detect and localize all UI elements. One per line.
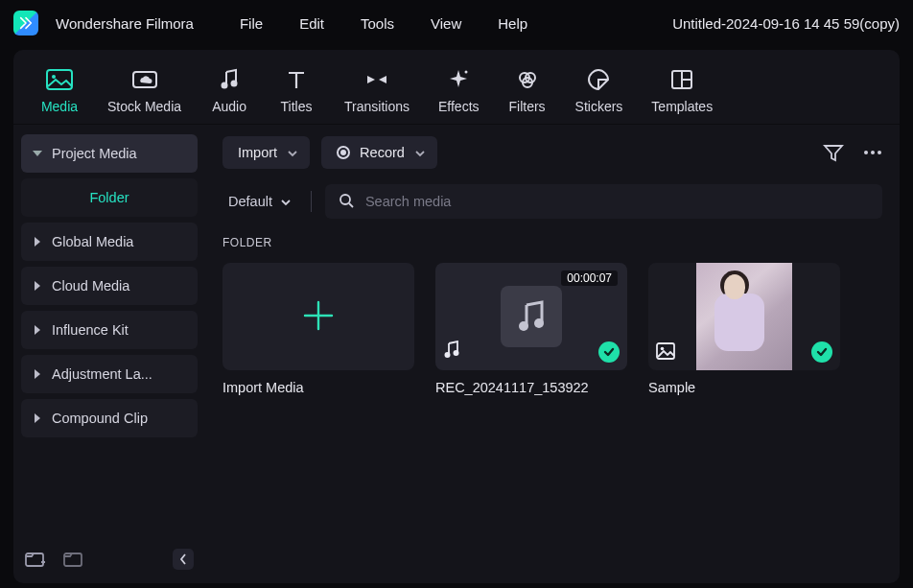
chevron-right-icon <box>35 369 40 379</box>
svg-point-22 <box>454 350 459 356</box>
sidebar-item-label: Adjustment La... <box>52 366 152 382</box>
sidebar-item-label: Cloud Media <box>52 278 129 294</box>
media-thumb[interactable] <box>648 263 840 370</box>
menu-view[interactable]: View <box>431 15 461 32</box>
menu-tools[interactable]: Tools <box>361 15 394 32</box>
tab-stickers[interactable]: Stickers <box>566 62 633 124</box>
templates-icon <box>670 66 693 93</box>
filter-row: Default <box>222 182 882 221</box>
svg-point-24 <box>661 347 665 351</box>
sidebar-item-cloud-media[interactable]: Cloud Media <box>21 267 198 305</box>
tab-templates[interactable]: Templates <box>642 62 722 124</box>
tab-transitions[interactable]: Transitions <box>335 62 419 124</box>
svg-point-14 <box>864 151 868 154</box>
svg-rect-23 <box>657 343 674 359</box>
menu-file[interactable]: File <box>240 15 263 32</box>
transitions-icon <box>363 66 390 93</box>
duration-badge: 00:00:07 <box>561 270 618 286</box>
chevron-down-icon <box>33 151 42 156</box>
tab-effects[interactable]: Effects <box>429 62 489 124</box>
record-icon <box>337 146 350 159</box>
import-dropdown[interactable]: Import <box>222 136 310 169</box>
sidebar-item-label: Compound Clip <box>52 411 148 426</box>
search-input[interactable] <box>365 194 869 209</box>
import-label: Import <box>238 145 277 160</box>
media-card-audio[interactable]: 00:00:07 REC_20241117_153922 <box>435 263 627 395</box>
sidebar-item-project-media[interactable]: Project Media <box>21 134 198 173</box>
more-options-icon[interactable] <box>863 150 882 155</box>
chevron-down-icon <box>414 145 426 160</box>
sidebar-item-influence-kit[interactable]: Influence Kit <box>21 311 198 349</box>
tab-label: Stock Media <box>107 99 181 114</box>
chevron-right-icon <box>35 325 40 335</box>
svg-rect-12 <box>26 553 43 566</box>
chevron-right-icon <box>35 413 40 423</box>
project-name: Untitled-2024-09-16 14 45 59(copy) <box>672 15 900 32</box>
sidebar-item-adjustment-layer[interactable]: Adjustment La... <box>21 355 198 393</box>
cloud-icon <box>131 66 158 93</box>
menu-edit[interactable]: Edit <box>299 15 324 32</box>
svg-point-17 <box>340 195 350 204</box>
svg-point-15 <box>871 151 875 154</box>
tab-media[interactable]: Media <box>31 62 88 124</box>
media-icon <box>46 66 73 93</box>
tab-label: Media <box>41 99 78 114</box>
sidebar-bottom-tools <box>21 543 198 576</box>
menu-help[interactable]: Help <box>498 15 527 32</box>
tab-label: Filters <box>508 99 545 114</box>
media-toolbar: Import Record <box>222 134 882 171</box>
image-icon <box>656 342 675 363</box>
tab-label: Stickers <box>575 99 623 114</box>
music-note-icon <box>443 341 460 363</box>
new-folder-plus-icon[interactable] <box>25 551 46 568</box>
sidebar-item-compound-clip[interactable]: Compound Clip <box>21 399 198 437</box>
record-dropdown[interactable]: Record <box>321 136 437 169</box>
card-label: REC_20241117_153922 <box>435 380 627 395</box>
sidebar-item-label: Global Media <box>52 234 133 249</box>
sidebar: Project Media Folder Global Media Cloud … <box>13 125 205 583</box>
card-label: Import Media <box>222 380 414 395</box>
app-title: Wondershare Filmora <box>56 15 194 32</box>
section-label-folder: FOLDER <box>222 236 882 249</box>
media-card-image[interactable]: Sample <box>648 263 840 395</box>
sidebar-item-global-media[interactable]: Global Media <box>21 223 198 261</box>
sidebar-item-label: Project Media <box>52 146 137 161</box>
svg-rect-0 <box>47 70 72 89</box>
tab-stock-media[interactable]: Stock Media <box>98 62 191 124</box>
workspace: Media Stock Media Audio Titles Transitio… <box>13 50 900 583</box>
folder-icon[interactable] <box>63 551 84 568</box>
titlebar: Wondershare Filmora File Edit Tools View… <box>0 0 913 46</box>
import-media-card[interactable]: Import Media <box>222 263 414 395</box>
plus-icon <box>299 296 338 338</box>
card-label: Sample <box>648 380 840 395</box>
tab-label: Templates <box>651 99 713 114</box>
media-thumb[interactable]: 00:00:07 <box>435 263 627 370</box>
collapse-sidebar-button[interactable] <box>173 549 194 570</box>
tab-titles[interactable]: Titles <box>268 62 325 124</box>
search-field[interactable] <box>325 184 882 219</box>
sidebar-subitem-folder[interactable]: Folder <box>21 178 198 217</box>
import-media-thumb[interactable] <box>222 263 414 370</box>
chevron-right-icon <box>35 237 40 247</box>
text-icon <box>285 66 308 93</box>
media-grid: Import Media 00:00:07 <box>222 263 882 395</box>
tab-filters[interactable]: Filters <box>499 62 556 124</box>
filter-icon[interactable] <box>823 143 844 162</box>
chevron-down-icon <box>287 145 298 160</box>
tab-label: Effects <box>438 99 480 114</box>
sparkle-icon <box>447 66 470 93</box>
main-pane: Import Record <box>205 125 900 583</box>
added-check-icon <box>598 341 620 363</box>
svg-point-5 <box>465 71 468 74</box>
panel-tabstrip: Media Stock Media Audio Titles Transitio… <box>13 50 900 125</box>
sidebar-item-label: Influence Kit <box>52 322 129 338</box>
search-icon <box>339 193 354 211</box>
sort-dropdown[interactable]: Default <box>222 194 297 209</box>
tab-label: Titles <box>281 99 313 114</box>
main-menu: File Edit Tools View Help <box>240 15 527 32</box>
music-note-icon <box>219 66 240 93</box>
filters-icon <box>516 66 539 93</box>
tab-audio[interactable]: Audio <box>200 62 258 124</box>
stickers-icon <box>587 66 610 93</box>
record-label: Record <box>360 145 405 160</box>
